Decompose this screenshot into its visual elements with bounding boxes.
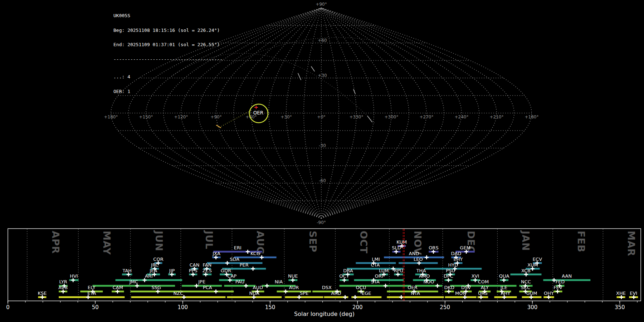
shower-label-DSV: DSV: [461, 285, 471, 290]
map-pole-label-south: -90°: [317, 220, 326, 225]
shower-label-ZCS: ZCS: [203, 268, 212, 273]
shower-label-JRC: JRC: [151, 262, 158, 268]
shower-label-OER: OER: [408, 285, 417, 290]
x-axis-title: Solar longitude (deg): [294, 311, 355, 317]
x-tick-label-150: 150: [265, 304, 275, 311]
shower-label-CAN: CAN: [190, 262, 200, 268]
shower-label-XUM: XUM: [527, 262, 538, 268]
shower-bar-STA: [340, 285, 411, 287]
session-info-panel: UK005S Beg: 20251108 18:15:16 (sol = 226…: [113, 4, 223, 103]
shower-label-KUM: KUM: [396, 239, 407, 245]
shower-label-JLE: JLE: [500, 285, 507, 290]
shower-label-EVI: EVI: [630, 291, 637, 296]
peak-marker-SDA: [225, 261, 229, 265]
shower-label-AUD: AUD: [253, 285, 263, 290]
peak-marker-ERI: [246, 250, 250, 254]
meteor-trail-unidentified-0: [298, 73, 301, 80]
shower-label-PSU: PSU: [446, 268, 455, 273]
x-tick-label-50: 50: [92, 304, 99, 311]
shower-label-MON: MON: [455, 291, 466, 296]
shower-bar-NZC: [131, 296, 226, 298]
shower-label-ORI: ORI: [375, 273, 383, 279]
separator-line: ---------------------------------------: [113, 57, 223, 62]
map-lon-label-1: +150°: [139, 114, 153, 119]
meteor-great-circle-1: [229, 38, 395, 65]
shower-label-HYD: HYD: [448, 262, 458, 268]
shower-label-NTA: NTA: [411, 291, 420, 296]
shower-label-HVI: HVI: [70, 273, 78, 279]
shower-label-DRA: DRA: [343, 268, 353, 273]
session-end: End: 20251109 01:37:01 (sol = 226.55°): [113, 42, 223, 47]
shower-label-JMC: JMC: [129, 279, 138, 284]
shower-label-STA: STA: [371, 279, 380, 284]
month-label-SEP: SEP: [307, 231, 318, 253]
shower-bar-JPE: [182, 285, 222, 287]
shower-label-SSG: SSG: [152, 285, 161, 290]
shower-bar-PCA: [181, 291, 234, 292]
meteor-trail-unidentified-3: [311, 67, 314, 71]
shower-label-LMI: LMI: [372, 257, 380, 262]
session-begin: Beg: 20251108 18:15:16 (sol = 226.24°): [113, 28, 223, 33]
peak-marker-EGE: [353, 295, 357, 299]
peak-marker-NIA: [265, 284, 269, 288]
shower-label-THA: THA: [416, 268, 426, 273]
shower-label-ECV: ECV: [533, 257, 542, 262]
peak-marker-ARD: [343, 295, 347, 299]
map-lon-label-9: +270°: [420, 114, 434, 119]
shower-label-NIA: NIA: [275, 279, 283, 284]
shower-label-NZC: NZC: [174, 291, 184, 296]
shower-label-JXA: JXA: [212, 251, 220, 256]
x-tick-label-300: 300: [527, 304, 538, 311]
shower-label-ORS: ORS: [429, 245, 439, 250]
shower-label-CTA: CTA: [371, 262, 380, 268]
x-tick-label-100: 100: [177, 304, 188, 311]
shower-label-FEV: FEV: [553, 285, 562, 290]
shower-label-ERI: ERI: [234, 245, 241, 250]
map-pole-label-north: +90°: [316, 2, 327, 7]
shower-label-DPC: DPC: [444, 273, 453, 279]
shower-label-JPE: JPE: [198, 279, 205, 284]
shower-label-ETA: ETA: [87, 291, 96, 296]
map-meridian-75: [234, 8, 321, 218]
shower-label-PCA: PCA: [203, 285, 212, 290]
shower-bar-JMC: [93, 285, 175, 287]
shower-label-SDA: SDA: [230, 257, 239, 262]
peak-marker-AND: [425, 255, 429, 259]
shower-label-QUA: QUA: [499, 273, 509, 279]
shower-label-PPS: PPS: [189, 268, 197, 273]
shower-bar-NTA: [387, 296, 444, 298]
shower-label-NDA: NDA: [249, 291, 260, 296]
shower-label-OHY: OHY: [544, 291, 554, 296]
shower-label-URS: URS: [478, 291, 488, 296]
x-tick-label-250: 250: [440, 304, 450, 311]
shower-label-FED: FED: [556, 279, 565, 284]
shower-bar-SPE: [285, 296, 323, 298]
map-meridian--75: [321, 8, 409, 218]
shower-label-DSX: DSX: [322, 285, 332, 290]
shower-label-AAN: AAN: [562, 273, 572, 279]
plot-canvas: +90°-90°+180°+150°+120°+90°+60°+30°+0°+3…: [0, 0, 644, 322]
shower-label-OCT: OCT: [339, 273, 349, 279]
shower-label-EGE: EGE: [362, 291, 371, 296]
shower-label-LYR: LYR: [59, 279, 67, 284]
x-tick-label-0: 0: [6, 304, 10, 311]
meteor-trail-unidentified-2: [367, 116, 372, 122]
shower-label-CAP: CAP: [227, 273, 236, 279]
map-meridian--60: [321, 8, 391, 218]
month-label-MAY: MAY: [101, 231, 112, 255]
shower-label-NUE: NUE: [288, 273, 298, 279]
map-lon-label-12: +180°: [525, 114, 539, 119]
x-tick-label-200: 200: [352, 304, 363, 311]
peak-marker-KCG: [260, 255, 264, 259]
shower-label-AND: AND: [409, 251, 419, 256]
shower-label-GDR: GDR: [221, 268, 231, 273]
shower-bar-AAN: [543, 279, 590, 281]
peak-marker-NOO: [435, 284, 439, 288]
radiant-cross-icon: [254, 106, 258, 109]
map-lat-label--60: -60: [319, 178, 326, 183]
shower-label-GEM: GEM: [460, 245, 470, 250]
x-tick-label-350: 350: [615, 304, 625, 311]
month-label-JAN: JAN: [520, 230, 531, 251]
shower-label-ARI: ARI: [145, 273, 153, 279]
peak-marker-JPE: [195, 284, 199, 288]
